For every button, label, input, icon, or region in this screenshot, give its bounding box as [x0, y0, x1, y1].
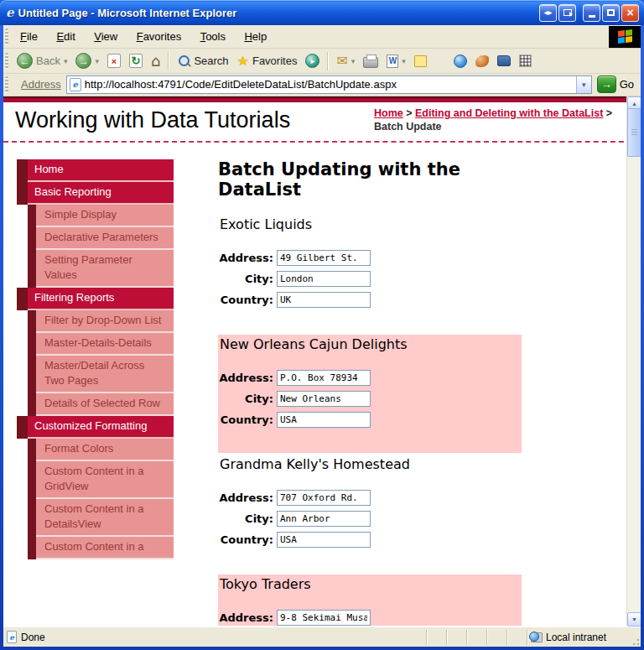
page-title: Batch Updating with the DataList: [218, 159, 522, 200]
country-input[interactable]: [277, 292, 371, 308]
sidebar-item[interactable]: Declarative Parameters: [17, 227, 174, 250]
sidebar-item-label[interactable]: Custom Content in a GridView: [36, 461, 174, 499]
home-button[interactable]: ⌂: [147, 50, 164, 71]
vertical-scrollbar[interactable]: ▲ ▼: [626, 96, 641, 627]
resize-grip[interactable]: [629, 635, 641, 647]
sidebar-item-label[interactable]: Master/Detail Across Two Pages: [36, 356, 174, 393]
page-body: Home Basic Reporting Simple Display Decl…: [3, 143, 641, 626]
edit-button[interactable]: W ▾: [382, 53, 410, 70]
toolbar-grip[interactable]: [5, 53, 8, 70]
country-input[interactable]: [277, 412, 371, 428]
edit-dropdown-icon[interactable]: ▾: [402, 57, 406, 65]
sidebar-item-label[interactable]: Declarative Parameters: [36, 227, 174, 250]
menu-item[interactable]: Edit: [49, 28, 82, 45]
back-dropdown-icon[interactable]: ▾: [64, 57, 68, 65]
address-dropdown-button[interactable]: ▾: [576, 76, 591, 93]
close-button[interactable]: ×: [621, 4, 639, 22]
city-input[interactable]: [277, 271, 371, 287]
library-button[interactable]: [493, 54, 515, 68]
address-field[interactable]: e http://localhost:4791/Code/EditDeleteD…: [66, 75, 592, 94]
nav-indent: [17, 250, 28, 288]
sidebar-item-label[interactable]: Customized Formatting: [28, 416, 174, 439]
back-button[interactable]: ← Back ▾: [13, 51, 71, 70]
menu-item[interactable]: Favorites: [129, 28, 189, 45]
address-field-label: Address:: [218, 491, 273, 504]
country-input[interactable]: [277, 532, 371, 548]
research-button[interactable]: [471, 54, 493, 69]
popout-button[interactable]: [558, 4, 576, 22]
supplier-card: Grandma Kelly's Homestead Address: City:…: [218, 456, 522, 571]
maximize-button[interactable]: [602, 4, 620, 22]
scroll-down-button[interactable]: ▼: [627, 612, 641, 627]
forward-button[interactable]: → ▾: [71, 51, 103, 70]
sidebar-item-label[interactable]: Setting Parameter Values: [36, 250, 174, 288]
snippet-button[interactable]: [515, 53, 536, 69]
refresh-button[interactable]: ↻: [125, 52, 147, 70]
city-field-label: City:: [218, 512, 273, 525]
sidebar-item-label[interactable]: Simple Display: [36, 205, 174, 227]
sidebar-item[interactable]: Master/Detail Across Two Pages: [17, 356, 174, 393]
sidebar-item[interactable]: Setting Parameter Values: [17, 250, 174, 288]
address-url[interactable]: http://localhost:4791/Code/EditDeleteDat…: [85, 78, 576, 91]
sidebar-item[interactable]: Master-Details-Details: [17, 333, 174, 356]
menu-item[interactable]: View: [86, 28, 125, 45]
sidebar-item[interactable]: Filter by Drop-Down List: [17, 310, 174, 333]
sidebar-item[interactable]: Simple Display: [17, 205, 174, 227]
stop-button[interactable]: ×: [103, 52, 125, 70]
forward-dropdown-icon[interactable]: ▾: [95, 57, 99, 65]
menu-item[interactable]: Tools: [193, 28, 233, 45]
breadcrumb-section-link[interactable]: Editing and Deleting with the DataList: [415, 107, 603, 119]
pan-arrows-button[interactable]: ◂▸: [539, 4, 557, 22]
supplier-name: Grandma Kelly's Homestead: [220, 456, 522, 472]
page-viewport: Working with Data Tutorials Home > Editi…: [3, 96, 641, 627]
address-input[interactable]: [277, 610, 371, 626]
sidebar-item-label[interactable]: Filter by Drop-Down List: [36, 310, 174, 333]
sidebar-item-label[interactable]: Custom Content in a DetailsView: [36, 499, 174, 537]
sidebar-item[interactable]: Custom Content in a DetailsView: [17, 499, 174, 537]
sidebar-item[interactable]: Format Colors: [17, 439, 174, 461]
mail-dropdown-icon[interactable]: ▾: [351, 57, 356, 65]
mail-button[interactable]: ✉ ▾: [332, 51, 359, 70]
nav-accent-block: [28, 333, 36, 356]
sidebar-item[interactable]: Custom Content in a GridView: [17, 461, 174, 499]
sidebar-item-label[interactable]: Format Colors: [36, 439, 174, 461]
sidebar-item-label[interactable]: Details of Selected Row: [36, 393, 174, 416]
address-input[interactable]: [277, 370, 371, 386]
breadcrumb-home-link[interactable]: Home: [374, 107, 403, 119]
menu-items: File Edit View Favorites Tools Help: [13, 28, 274, 45]
sidebar-item-label[interactable]: Home: [28, 159, 174, 182]
nav-indent: [17, 499, 28, 537]
search-button[interactable]: Search: [173, 53, 232, 70]
sidebar-item[interactable]: Customized Formatting: [17, 416, 174, 439]
search-icon: [177, 55, 190, 68]
sidebar-item-label[interactable]: Custom Content in a: [36, 537, 174, 559]
address-input[interactable]: [277, 490, 371, 506]
sidebar-item[interactable]: Filtering Reports: [17, 288, 174, 310]
city-input[interactable]: [277, 391, 371, 407]
menu-item[interactable]: File: [13, 28, 45, 45]
sidebar-item[interactable]: Basic Reporting: [17, 182, 174, 205]
sidebar-item-label[interactable]: Filtering Reports: [28, 288, 174, 310]
sidebar-item[interactable]: Custom Content in a: [17, 537, 174, 559]
sidebar-item-label[interactable]: Master-Details-Details: [36, 333, 174, 356]
go-button[interactable]: →: [597, 75, 616, 93]
print-button[interactable]: [359, 53, 382, 70]
discuss-button[interactable]: [410, 54, 431, 69]
menu-item[interactable]: Help: [236, 28, 274, 45]
favorites-button[interactable]: ★ Favorites: [233, 51, 302, 70]
messenger-button[interactable]: [449, 53, 471, 70]
address-input[interactable]: [277, 250, 371, 266]
scrollbar-thumb[interactable]: [627, 108, 641, 157]
main-content: Batch Updating with the DataList Exotic …: [218, 159, 522, 626]
menu-bar: File Edit View Favorites Tools Help: [3, 25, 641, 49]
menubar-grip[interactable]: [5, 29, 8, 45]
sidebar-item[interactable]: Home: [17, 159, 174, 182]
sidebar-item[interactable]: Details of Selected Row: [17, 393, 174, 416]
minimize-icon: [589, 15, 595, 18]
minimize-button[interactable]: [583, 4, 600, 22]
city-row: City:: [218, 391, 522, 407]
sidebar-item-label[interactable]: Basic Reporting: [28, 182, 174, 205]
city-input[interactable]: [277, 511, 371, 527]
addressbar-grip[interactable]: [5, 76, 8, 93]
media-button[interactable]: ▸: [301, 52, 324, 70]
